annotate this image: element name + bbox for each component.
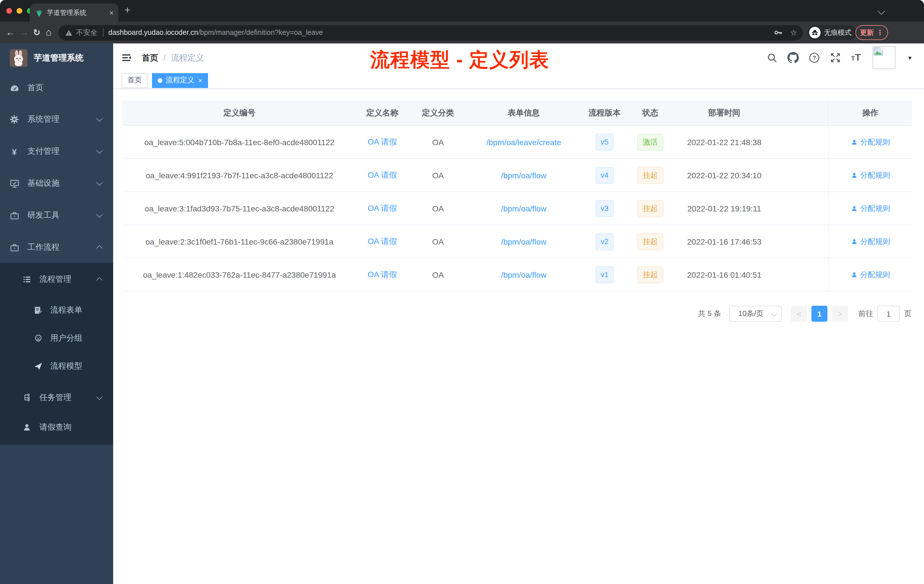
sidebar-item-task-management[interactable]: 任务管理 — [0, 382, 113, 413]
monitor-icon — [9, 178, 20, 188]
form-link[interactable]: /bpm/oa/leave/create — [486, 137, 561, 147]
next-page-button[interactable]: > — [832, 306, 848, 322]
sidebar-item-leave-query[interactable]: 请假查询 — [0, 412, 113, 443]
status-badge: 激活 — [637, 134, 663, 150]
definition-name-link[interactable]: OA 请假 — [368, 236, 397, 247]
assign-rule-button[interactable]: 分配规则 — [851, 137, 890, 147]
pagination: 共 5 条 10条/页 < 1 > 前往 页 — [698, 305, 911, 322]
browser-chrome: 芋道管理系统 × + ← → ↻ ⌂ 不安全 dashboard.yudao.i… — [0, 0, 924, 43]
tag-process-definition[interactable]: 流程定义 × — [152, 73, 208, 88]
breadcrumb-home[interactable]: 首页 — [142, 52, 158, 63]
sidebar-item-infrastructure[interactable]: 基础设施 — [0, 168, 113, 199]
sidebar-item-home[interactable]: 首页 — [0, 73, 113, 104]
window-close-button[interactable] — [6, 8, 12, 14]
form-link[interactable]: /bpm/oa/flow — [501, 237, 546, 246]
definition-name-link[interactable]: OA 请假 — [368, 203, 397, 213]
cell-deploy-time: 2022-01-16 01:40:51 — [671, 258, 778, 291]
current-page-button[interactable]: 1 — [812, 306, 827, 322]
tab-list-chevron-icon[interactable] — [878, 7, 885, 15]
definition-name-link[interactable]: OA 请假 — [368, 269, 397, 280]
main-content: 定义编号 定义名称 定义分类 表单信息 流程版本 状态 部署时间 操作 oa_l… — [113, 89, 924, 584]
version-tag: v4 — [596, 167, 614, 184]
table-row: oa_leave:5:004b710b-7b8a-11ec-8ef0-acde4… — [122, 126, 912, 159]
tag-close-icon[interactable]: × — [198, 76, 202, 84]
form-edit-icon — [33, 305, 43, 315]
cell-deploy-time: 2022-01-16 17:46:53 — [671, 225, 778, 258]
col-name: 定义名称 — [356, 101, 408, 125]
assign-rule-button[interactable]: 分配规则 — [851, 170, 890, 180]
sidebar-item-process-management[interactable]: 流程管理 — [0, 264, 113, 295]
new-tab-button[interactable]: + — [125, 5, 130, 16]
version-tag: v5 — [596, 134, 614, 150]
goto-label: 前往 — [858, 308, 873, 319]
incognito-label: 无痕模式 — [824, 28, 851, 38]
annotation-title: 流程模型 - 定义列表 — [370, 47, 549, 73]
avatar-caret-icon[interactable]: ▾ — [908, 54, 911, 61]
browser-tab-strip: 芋道管理系统 × + — [0, 0, 924, 22]
form-link[interactable]: /bpm/oa/flow — [501, 270, 546, 279]
assign-rule-button[interactable]: 分配规则 — [851, 236, 890, 247]
version-tag: v2 — [596, 233, 614, 250]
forward-button[interactable]: → — [20, 22, 28, 43]
goto-page-input[interactable] — [877, 306, 900, 322]
search-icon[interactable] — [767, 52, 778, 63]
sidebar-item-process-form[interactable]: 流程表单 — [0, 295, 113, 326]
definition-name-link[interactable]: OA 请假 — [368, 137, 397, 147]
sidebar-item-user-group[interactable]: 用户分组 — [0, 323, 113, 354]
reload-button[interactable]: ↻ — [33, 22, 40, 43]
screen: 芋道管理系统 × + ← → ↻ ⌂ 不安全 dashboard.yudao.i… — [0, 0, 924, 584]
breadcrumb-current: 流程定义 — [171, 52, 204, 63]
cell-filler — [778, 192, 828, 224]
svg-text:?: ? — [813, 54, 817, 61]
sidebar-item-process-model[interactable]: 流程模型 — [0, 351, 113, 382]
browser-update-button[interactable]: 更新 ⋮ — [855, 25, 888, 40]
page-size-select[interactable]: 10条/页 — [729, 306, 782, 322]
fullscreen-icon[interactable] — [830, 52, 842, 63]
sidebar-item-workflow[interactable]: 工作流程 — [0, 232, 113, 263]
logo-rabbit-image — [10, 49, 27, 66]
app-logo[interactable]: 芋道管理系统 — [0, 43, 113, 72]
font-size-icon[interactable]: TT — [851, 52, 861, 63]
browser-tab-title: 芋道管理系统 — [47, 8, 109, 17]
github-icon[interactable] — [788, 52, 799, 63]
person-icon — [22, 422, 32, 432]
bookmark-star-icon[interactable]: ☆ — [790, 28, 797, 37]
browser-menu-icon[interactable]: ⋮ — [876, 28, 883, 36]
chevron-down-icon — [96, 211, 103, 218]
cell-id: oa_leave:3:1fad3d93-7b75-11ec-a3c8-acde4… — [122, 192, 356, 224]
sidebar-item-payment[interactable]: ¥ 支付管理 — [0, 136, 113, 167]
active-dot — [158, 78, 162, 82]
cell-id: oa_leave:5:004b710b-7b8a-11ec-8ef0-acde4… — [122, 126, 356, 158]
tags-view-bar: 首页 流程定义 × — [113, 72, 924, 89]
prev-page-button[interactable]: < — [791, 306, 807, 322]
tag-home[interactable]: 首页 — [122, 73, 147, 88]
help-icon[interactable]: ? — [809, 52, 820, 63]
assign-rule-button[interactable]: 分配规则 — [851, 269, 890, 280]
site-favicon — [35, 9, 43, 16]
sidebar-item-dev-tools[interactable]: 研发工具 — [0, 200, 113, 231]
select-caret-icon — [771, 311, 777, 317]
form-link[interactable]: /bpm/oa/flow — [501, 204, 546, 213]
screenshot: 芋道管理系统 × + ← → ↻ ⌂ 不安全 dashboard.yudao.i… — [0, 0, 924, 584]
avatar[interactable] — [873, 46, 896, 69]
sidebar-item-system[interactable]: 系统管理 — [0, 104, 113, 135]
table-row: oa_leave:3:1fad3d93-7b75-11ec-a3c8-acde4… — [122, 192, 912, 225]
tree-icon — [22, 393, 32, 403]
chevron-down-icon — [96, 147, 103, 154]
browser-toolbar: ← → ↻ ⌂ 不安全 dashboard.yudao.iocoder.cn/b… — [0, 22, 924, 43]
password-key-icon[interactable] — [774, 28, 783, 37]
back-button[interactable]: ← — [6, 22, 15, 43]
page-unit-label: 页 — [904, 308, 911, 319]
form-link[interactable]: /bpm/oa/flow — [501, 171, 546, 180]
tab-close-icon[interactable]: × — [109, 9, 114, 16]
home-button[interactable]: ⌂ — [46, 22, 52, 43]
browser-tab[interactable]: 芋道管理系统 × — [30, 3, 118, 22]
sidebar-collapse-button[interactable] — [121, 53, 132, 65]
definition-name-link[interactable]: OA 请假 — [368, 170, 397, 180]
breadcrumb: 首页 / 流程定义 — [142, 43, 204, 72]
assign-rule-button[interactable]: 分配规则 — [851, 203, 890, 213]
cell-deploy-time: 2022-01-22 20:34:10 — [671, 159, 778, 191]
yen-icon: ¥ — [9, 146, 20, 157]
address-bar[interactable]: 不安全 dashboard.yudao.iocoder.cn/bpm/manag… — [58, 25, 803, 40]
window-minimize-button[interactable] — [16, 8, 22, 14]
